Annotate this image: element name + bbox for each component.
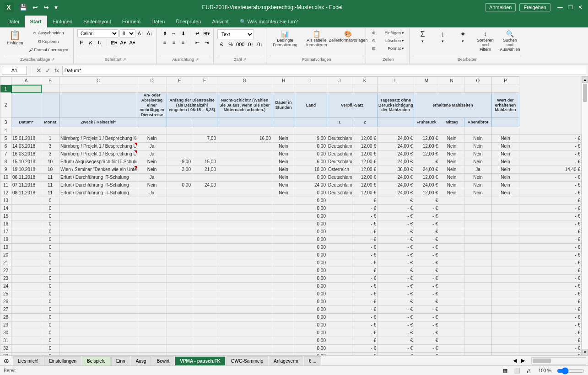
cell-P7[interactable]: - € [519,150,582,158]
align-top-button[interactable]: ⬆ [161,29,169,38]
close-button[interactable]: ✕ [576,3,584,11]
cell-H11[interactable]: Nein [272,181,295,189]
cell-N10[interactable]: Nein [464,173,492,181]
cell-C3[interactable]: Zweck / Reiseziel* [59,118,137,127]
cell-K6[interactable]: 24,00 € [378,142,414,150]
cell-K5[interactable]: 24,00 € [378,134,414,142]
cell-K8[interactable]: 24,00 € [378,158,414,166]
cell-M4[interactable] [414,127,439,134]
cell-E5[interactable] [167,134,192,142]
cell-K7[interactable]: 24,00 € [378,150,414,158]
cell-J11[interactable]: 12,00 € [352,181,378,189]
cell-F4[interactable] [192,127,217,134]
row-num-6[interactable]: 6 [0,142,11,150]
cell-H3[interactable] [272,118,295,127]
undo-button[interactable]: ↩ [31,3,40,12]
cell-G6[interactable] [217,142,272,150]
cell-D8[interactable]: Nein [137,158,167,166]
cell-K4[interactable] [352,127,378,134]
cell-I10[interactable]: 0,00 [295,173,327,181]
vertical-scrollbar[interactable]: ▲ ▼ [582,76,588,355]
sheet-tab-lies[interactable]: Lies mich! [13,356,43,365]
cell-C12[interactable]: Erfurt / Durchführung IT-Schulung [59,189,137,197]
cell-J4[interactable] [327,127,352,134]
cell-D11[interactable]: Nein [137,181,167,189]
cell-L11[interactable]: 24,00 € [414,181,439,189]
cell-J5[interactable]: 12,00 € [352,134,378,142]
cell-G8[interactable] [217,158,272,166]
font-increase-button[interactable]: A↑ [136,29,145,38]
cell-I7b[interactable]: Deutschland [327,150,352,158]
autosum-button[interactable]: Σ ▾ [413,29,432,45]
cell-M7[interactable]: Nein [439,150,464,158]
cell-N8[interactable]: Nein [464,158,492,166]
cell-K3[interactable]: 2 [352,118,378,127]
cell-F3[interactable] [192,118,217,127]
cell-P9[interactable]: 14,40 € [519,166,582,173]
format-paint-button[interactable]: 🖌Format übertragen [27,46,71,54]
tab-einfuegen[interactable]: Einfügen [47,16,78,27]
cell-C2[interactable] [59,93,137,118]
cell-P4[interactable] [492,127,519,134]
horizontal-scrollbar[interactable] [531,357,586,364]
share-button[interactable]: Freigeben [519,3,550,11]
col-header-A[interactable]: A [11,77,41,85]
cell-J2[interactable]: Verpfl.-Satz [327,93,378,118]
cell-B12[interactable]: 11 [41,189,59,197]
add-sheet-button[interactable]: ⊕ [2,356,11,365]
formula-input[interactable] [62,66,586,75]
cell-O7[interactable]: Nein [492,150,519,158]
cell-D10[interactable]: Ja [137,173,167,181]
cell-M6[interactable]: Nein [439,142,464,150]
paste-button[interactable]: 📋 Einfügen [5,29,26,47]
cell-G3[interactable] [217,118,272,127]
row-num-5[interactable]: 5 [0,134,11,142]
tab-ansicht[interactable]: Ansicht [206,16,234,27]
align-left-button[interactable]: ≡ [161,38,169,47]
cell-styles-button[interactable]: 🎨 Zellenformatvorlagen [333,29,363,44]
cell-E10[interactable] [167,173,192,181]
login-button[interactable]: Anmelden [485,3,516,11]
align-bottom-button[interactable]: ⬇ [179,29,187,38]
cell-J1[interactable] [327,85,352,93]
sheet-tab-gwg[interactable]: GWG-Sammelp [226,356,269,365]
cell-J3[interactable]: 1 [327,118,352,127]
cell-D12[interactable]: Ja [137,189,167,197]
tab-ueberpruefen[interactable]: Überprüfen [170,16,206,27]
sheet-tab-eur[interactable]: € ... [304,356,322,365]
cell-M2[interactable]: erhaltene Mahlzeiten [414,93,492,118]
cell-N6[interactable]: Nein [464,142,492,150]
cell-M5[interactable]: Nein [439,134,464,142]
cell-B6[interactable]: 3 [41,142,59,150]
cell-D1[interactable] [137,85,167,93]
currency-button[interactable]: € [217,40,226,48]
cell-O5[interactable]: Nein [492,134,519,142]
cell-H6[interactable]: Nein [272,142,295,150]
col-header-E[interactable]: E [167,77,192,85]
cell-B4[interactable] [41,127,59,134]
tab-datei[interactable]: Datei [2,16,25,27]
cell-C9[interactable]: Wien / Seminar "Denken wie ein Unternehm… [59,166,137,173]
font-decrease-button[interactable]: A↓ [146,29,154,38]
cell-I9[interactable]: 18,00 [295,166,327,173]
cell-J10[interactable]: 12,00 € [352,173,378,181]
row-num-10[interactable]: 10 [0,173,11,181]
row-num-12[interactable]: 12 [0,189,11,197]
cell-E2[interactable]: Anfang der Dienstreise (als Dezimalzahl … [167,93,217,118]
cell-M3[interactable]: Frühstück [414,118,439,127]
cell-I11[interactable]: 24,00 [295,181,327,189]
cell-G1[interactable] [217,85,272,93]
cell-K10[interactable]: 24,00 € [378,173,414,181]
cell-E9[interactable]: 3,00 [167,166,192,173]
col-header-P[interactable]: P [492,77,519,85]
h-scroll-thumb[interactable] [533,359,551,363]
bold-button[interactable]: F [77,38,86,47]
fill-button[interactable]: ↓ ▾ [433,29,452,45]
cell-N12[interactable]: Nein [464,189,492,197]
cell-G10[interactable] [217,173,272,181]
cell-G11[interactable] [217,181,272,189]
cell-A5[interactable]: 15.01.2018 [11,134,41,142]
cell-F9[interactable]: 21,00 [192,166,217,173]
cell-J8[interactable]: 12,00 € [352,158,378,166]
font-name-select[interactable]: Calibri [77,29,119,38]
